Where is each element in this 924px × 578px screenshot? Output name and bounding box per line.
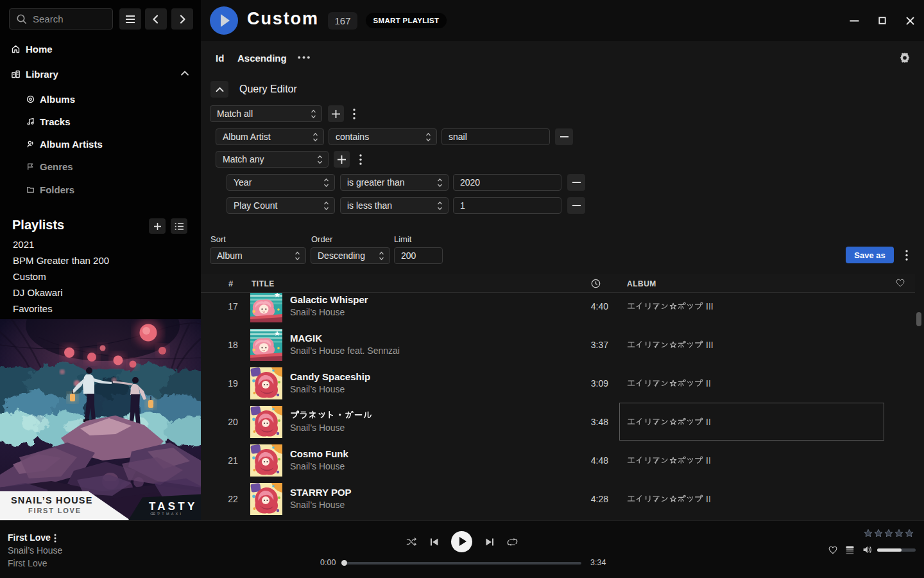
svg-text:FIRST LOVE: FIRST LOVE	[28, 507, 81, 514]
svg-text:TASTY: TASTY	[149, 500, 197, 512]
svg-text:SNAIL’S HOUSE: SNAIL’S HOUSE	[11, 495, 93, 505]
svg-text:⌫ƤTMAXI: ⌫ƤTMAXI	[150, 512, 183, 516]
